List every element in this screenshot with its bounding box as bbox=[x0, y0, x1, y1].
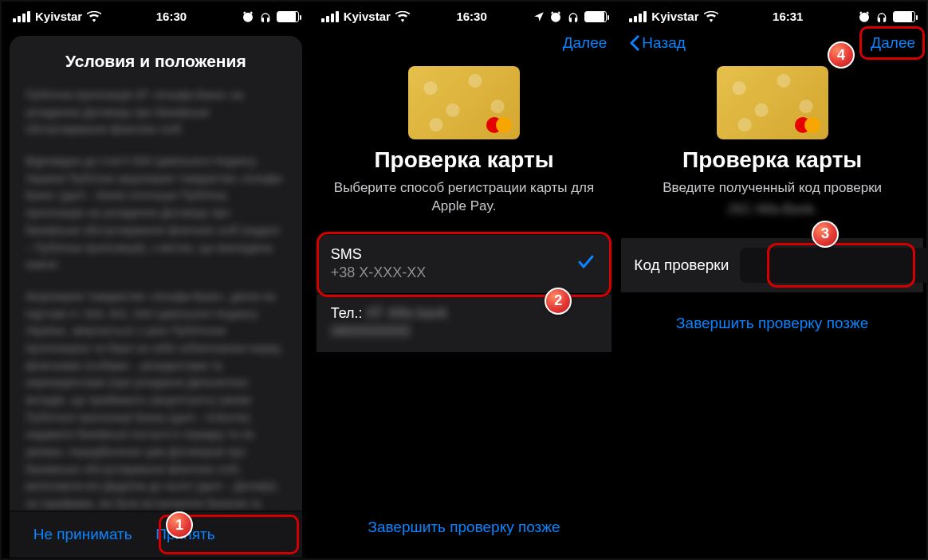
status-bar: Kyivstar 16:30 bbox=[310, 2, 619, 28]
step-badge-2: 2 bbox=[545, 288, 572, 315]
page-subtitle: Выберите способ регистрации карты для Ap… bbox=[310, 179, 619, 216]
step-badge-3: 3 bbox=[812, 221, 839, 248]
location-icon bbox=[533, 11, 545, 22]
page-heading: Проверка карты bbox=[321, 147, 608, 173]
carrier-label: Kyivstar bbox=[344, 10, 391, 23]
status-bar: Kyivstar 16:30 bbox=[2, 2, 310, 28]
screen-terms: Kyivstar 16:30 Условия и положения Публі… bbox=[2, 2, 310, 558]
code-label: Код проверки bbox=[634, 257, 729, 274]
terms-title: Условия и положения bbox=[10, 36, 302, 82]
verification-options: SMS +38 X-XXX-XX Тел.: АТ Alfa bank 0800… bbox=[317, 235, 612, 353]
clock: 16:30 bbox=[156, 10, 187, 23]
terms-body[interactable]: Публічна пропозиція АТ «Альфа-Банк» на у… bbox=[10, 82, 302, 511]
wifi-icon bbox=[704, 11, 718, 22]
headphones-icon bbox=[875, 10, 888, 23]
nav-bar: Далее bbox=[310, 28, 619, 60]
screen-enter-code: Kyivstar 16:31 Назад Далее 4 Пров bbox=[618, 2, 926, 558]
checkmark-icon bbox=[576, 253, 596, 275]
clock: 16:31 bbox=[773, 10, 803, 23]
nav-bar: Назад Далее bbox=[618, 28, 926, 60]
option-detail: +38 X-XXX-XX bbox=[331, 264, 598, 281]
signal-icon bbox=[321, 11, 339, 22]
complete-later-link[interactable]: Завершить проверку позже bbox=[310, 519, 619, 536]
battery-icon bbox=[277, 11, 299, 22]
wifi-icon bbox=[87, 11, 101, 22]
code-input[interactable] bbox=[740, 248, 926, 283]
page-heading: Проверка карты bbox=[629, 147, 915, 173]
headphones-icon bbox=[567, 10, 580, 23]
status-bar: Kyivstar 16:31 bbox=[618, 2, 926, 28]
card-image bbox=[717, 66, 828, 139]
clock: 16:30 bbox=[456, 10, 486, 23]
back-button[interactable]: Назад bbox=[629, 34, 685, 52]
option-label: SMS bbox=[331, 246, 598, 263]
battery-icon bbox=[893, 11, 915, 22]
terms-actions: Не принимать Принять bbox=[10, 511, 302, 558]
next-button[interactable]: Далее bbox=[563, 34, 608, 52]
screen-verify-method: Kyivstar 16:30 Далее Проверка карты Выбе… bbox=[310, 2, 619, 558]
option-sms[interactable]: SMS +38 X-XXX-XX bbox=[317, 235, 612, 294]
carrier-label: Kyivstar bbox=[35, 10, 82, 23]
decline-button[interactable]: Не принимать bbox=[10, 511, 155, 558]
next-button[interactable]: Далее bbox=[871, 34, 915, 52]
card-image bbox=[408, 66, 520, 139]
mastercard-icon bbox=[486, 117, 512, 133]
page-subtitle: Введите полученный код проверки JSC Alfa… bbox=[618, 179, 926, 219]
option-detail: 0800000000 bbox=[331, 323, 598, 340]
alarm-icon bbox=[858, 10, 871, 23]
battery-icon bbox=[584, 11, 607, 22]
mastercard-icon bbox=[795, 117, 820, 133]
signal-icon bbox=[629, 11, 647, 22]
terms-sheet: Условия и положения Публічна пропозиція … bbox=[10, 36, 302, 558]
code-row: Код проверки 3 bbox=[621, 238, 923, 292]
carrier-label: Kyivstar bbox=[651, 10, 698, 23]
step-badge-4: 4 bbox=[828, 41, 855, 69]
alarm-icon bbox=[242, 10, 254, 23]
chevron-left-icon bbox=[629, 35, 640, 51]
step-badge-1: 1 bbox=[166, 511, 193, 538]
alarm-icon bbox=[549, 10, 562, 23]
wifi-icon bbox=[395, 11, 410, 22]
complete-later-link[interactable]: Завершить проверку позже bbox=[618, 315, 926, 332]
headphones-icon bbox=[259, 10, 272, 23]
signal-icon bbox=[13, 11, 30, 22]
